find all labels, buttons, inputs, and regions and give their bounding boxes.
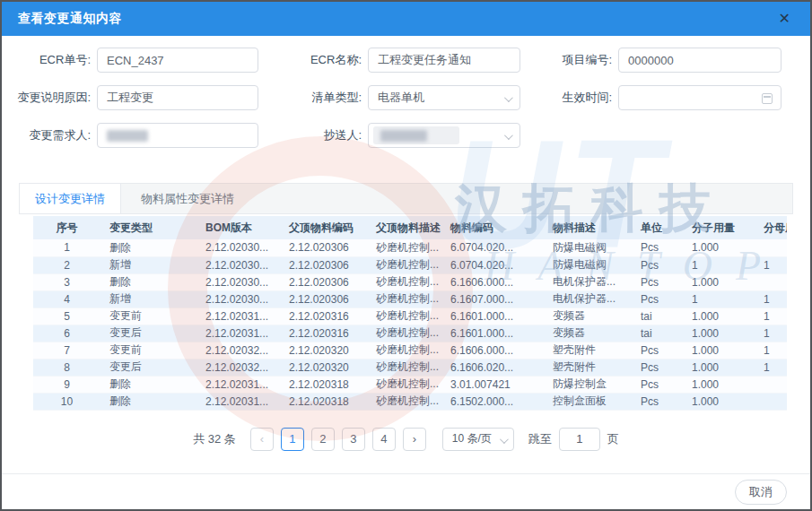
cc-recipient-chip [373,126,459,144]
table-cell: 1.000 [683,325,755,342]
column-header: 分子用量 [683,216,755,239]
table-cell: tai [632,325,683,342]
table-row[interactable]: 10删除2.12.02031...2.12.020318砂磨机控制...6.15… [33,393,787,410]
table-cell: Pcs [632,393,683,410]
table-cell: Pcs [632,290,683,307]
table-cell: 新增 [100,256,196,273]
change-notice-dialog: 查看变更通知内容 ✕ UT 汉拓科技 HANTOP ECR单号: ECR名称: … [0,0,812,511]
table-cell: 砂磨机控制... [367,273,441,290]
table-cell: 2 [33,256,100,273]
chevron-down-icon [504,93,513,102]
table-header-row: 序号变更类型BOM版本父顶物料编码父顶物料描述物料编码物料描述单位分子用量分母用… [33,216,787,239]
table-cell: 1 [755,342,787,359]
column-header: BOM版本 [196,216,280,239]
table-cell: 8 [33,359,100,376]
table-cell: 砂磨机控制... [367,239,441,256]
table-cell: 2.12.02032... [196,342,280,359]
table-cell: 2.12.02031... [196,325,280,342]
table-cell: 2.12.02030... [196,239,280,256]
table-row[interactable]: 4新增2.12.02030...2.12.020306砂磨机控制...6.160… [33,290,787,307]
table-cell: 控制盒面板 [544,393,632,410]
total-count: 共 32 条 [193,431,236,447]
table-cell: 变频器 [544,307,632,325]
jump-page-input[interactable] [559,428,600,451]
table-row[interactable]: 5变更前2.12.02031...2.12.020316砂磨机控制...6.16… [33,307,787,325]
table-row[interactable]: 1删除2.12.02030...2.12.020306砂磨机控制...6.070… [33,239,787,256]
table-cell: 1.000 [683,359,755,376]
cc-recipient-select[interactable] [368,123,520,148]
table-cell: 6.1606.000... [441,342,544,359]
page-size-select[interactable]: 10 条/页 [442,428,514,451]
page-size-value: 10 条/页 [452,431,492,446]
table-cell: 砂磨机控制... [367,256,441,273]
next-page-button[interactable]: › [403,428,426,451]
table-cell: 5 [33,307,100,325]
tab-material-attr-change-detail[interactable]: 物料属性变更详情 [121,184,254,213]
column-header: 单位 [632,216,683,239]
table-cell: 2.12.02031... [196,376,280,393]
table-cell: 2.12.020320 [280,342,367,359]
table-cell: 6.1606.000... [441,273,544,290]
table-cell: 2.12.02030... [196,256,280,273]
table-row[interactable]: 9删除2.12.02031...2.12.020318砂磨机控制...3.01.… [33,376,787,393]
ecr-name-label: ECR名称: [258,52,362,68]
table-cell: 删除 [100,376,196,393]
table-cell: 1.000 [683,393,755,410]
pagination: 共 32 条 ‹ 1234 › 10 条/页 跳至 页 [19,428,793,451]
table-cell: 2.12.02030... [196,273,280,290]
table-cell: 防爆电磁阀 [544,256,632,273]
table-cell: 1.000 [683,239,755,256]
table-cell [755,273,787,290]
table-row[interactable]: 3删除2.12.02030...2.12.020306砂磨机控制...6.160… [33,273,787,290]
table-cell: 2.12.02031... [196,307,280,325]
table-cell: Pcs [632,342,683,359]
ecr-name-input[interactable] [368,48,520,73]
tab-design-change-detail[interactable]: 设计变更详情 [20,184,121,213]
table-cell: 砂磨机控制... [367,376,441,393]
project-number-input[interactable] [618,48,781,73]
form-row-3: 变更需求人: 抄送人: [2,123,810,148]
table-cell: 砂磨机控制... [367,307,441,325]
change-reason-label: 变更说明原因: [14,90,91,106]
close-icon[interactable]: ✕ [775,10,794,28]
column-header: 父顶物料描述 [367,216,441,239]
ecr-number-input[interactable] [97,48,258,73]
table-cell: 6.1601.000... [441,307,544,325]
table-row[interactable]: 8变更后2.12.02032...2.12.020320砂磨机控制...6.16… [33,359,787,376]
table-cell: 2.12.020306 [280,239,367,256]
dialog-title: 查看变更通知内容 [18,11,122,27]
page-button-4[interactable]: 4 [372,428,396,451]
project-number-label: 项目编号: [520,52,612,68]
change-reason-input[interactable] [97,85,258,110]
table-cell: Pcs [632,273,683,290]
table-cell: 变更前 [100,342,196,359]
table-cell: 删除 [100,273,196,290]
column-header: 父顶物料编码 [280,216,367,239]
table-cell: 塑壳附件 [544,359,632,376]
table-row[interactable]: 2新增2.12.02030...2.12.020306砂磨机控制...6.070… [33,256,787,273]
table-cell: 2.12.020316 [280,325,367,342]
table-cell: 砂磨机控制... [367,325,441,342]
page-button-1[interactable]: 1 [281,428,304,451]
cancel-button[interactable]: 取消 [735,480,787,505]
table-row[interactable]: 7变更前2.12.02032...2.12.020320砂磨机控制...6.16… [33,342,787,359]
change-requester-input[interactable] [97,123,258,148]
effective-date-input[interactable] [618,85,781,110]
table-cell: 9 [33,376,100,393]
effective-date-label: 生效时间: [520,90,612,106]
page-button-2[interactable]: 2 [311,428,335,451]
cc-recipient-label: 抄送人: [258,127,362,143]
page-button-3[interactable]: 3 [342,428,365,451]
table-cell: 砂磨机控制... [367,342,441,359]
change-detail-panel: 设计变更详情 物料属性变更详情 序号变更类型BOM版本父顶物料编码父顶物料描述物… [19,183,793,451]
table-cell: 新增 [100,290,196,307]
table-cell: 砂磨机控制... [367,359,441,376]
table-cell: 6.0704.020... [441,239,544,256]
prev-page-button[interactable]: ‹ [250,428,274,451]
list-type-select[interactable]: 电器单机 [368,85,520,110]
table-cell: 1 [683,290,755,307]
table-cell: 2.12.020316 [280,307,367,325]
table-cell: 2.12.02032... [196,359,280,376]
table-cell: 变更后 [100,325,196,342]
table-row[interactable]: 6变更后2.12.02031...2.12.020316砂磨机控制...6.16… [33,325,787,342]
